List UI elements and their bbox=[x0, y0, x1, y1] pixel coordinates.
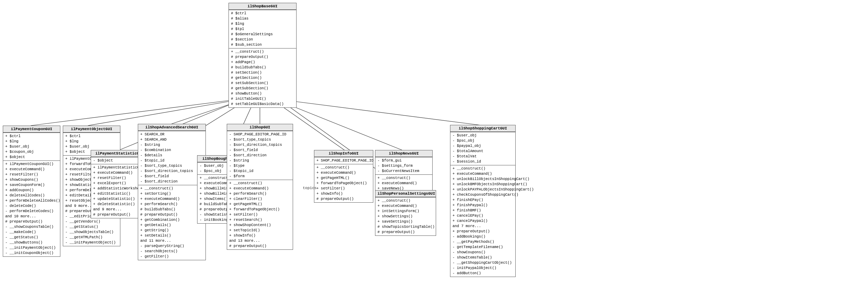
box-ilPaymentCouponGUI: ilPaymentCouponGUI + $ctrl + $lng + $use… bbox=[3, 126, 60, 257]
fields-ilShopBaseGUI: # $ctrl # $alias # $lng # $tpl # $oGener… bbox=[229, 10, 296, 48]
header-ilShopNewsGUI: ilShopNewsGUI bbox=[375, 150, 432, 157]
box-ilShopShoppingCartGUI: ilShopShoppingCartGUI - $user_obj - $psc… bbox=[450, 125, 516, 277]
header-ilPaymentObjectGUI: ilPaymentObjectGUI bbox=[63, 126, 120, 133]
box-ilShopPersonalSettingsGUI: ilShopPersonalSettingsGUI + __construct(… bbox=[375, 190, 436, 236]
header-ilShopInfoGUI: ilShopInfoGUI bbox=[314, 150, 373, 157]
svg-line-6 bbox=[279, 99, 484, 126]
fields-ilShopInfoGUI: + SHOP_PAGE_EDITOR_PAGE_ID bbox=[314, 157, 373, 164]
methods-ilPaymentCouponGUI: + ilPaymentCouponGUI() + executeCommand(… bbox=[3, 160, 60, 256]
header-ilPaymentCouponGUI: ilPaymentCouponGUI bbox=[3, 126, 60, 133]
svg-line-8 bbox=[88, 99, 241, 126]
methods-ilShopBaseGUI: + __construct() # prepareOutput() + addP… bbox=[229, 48, 296, 107]
fields-ilPaymentCouponGUI: + $ctrl + $lng + $user_obj + $coupon_obj… bbox=[3, 133, 60, 160]
methods-ilShopPersonalSettingsGUI: + __construct() + executeCommand() + int… bbox=[375, 197, 436, 235]
header-ilShopShoppingCartGUI: ilShopShoppingCartGUI bbox=[450, 125, 515, 132]
fields-ilShopGUI: - SHOP_PAGE_EDITOR_PAGE_ID - $sort_type_… bbox=[227, 131, 293, 180]
header-ilShopAdvancedSearchGUI: ilShopAdvancedSearchGUI bbox=[138, 124, 205, 131]
svg-line-7 bbox=[31, 99, 237, 126]
methods-ilShopGUI: + __construct() + executeCommand() + per… bbox=[227, 180, 293, 249]
box-ilShopInfoGUI: ilShopInfoGUI + SHOP_PAGE_EDITOR_PAGE_ID… bbox=[314, 150, 373, 203]
methods-ilShopShoppingCartGUI: + __construct() + executeCommand() + unl… bbox=[450, 165, 515, 277]
methods-ilShopAdvancedSearchGUI: + __construct() + setSorting() + execute… bbox=[138, 185, 205, 260]
header-ilShopPersonalSettingsGUI: ilShopPersonalSettingsGUI bbox=[375, 190, 436, 197]
topics-label: topics bbox=[303, 186, 317, 190]
box-ilShopGUI: ilShopGUI - SHOP_PAGE_EDITOR_PAGE_ID - $… bbox=[227, 124, 293, 250]
fields-ilShopNewsGUI: - $form_gui - $settings_form - $oCurrent… bbox=[375, 157, 432, 174]
header-ilShopGUI: ilShopGUI bbox=[227, 124, 293, 131]
box-ilShopBaseGUI: ilShopBaseGUI # $ctrl # $alias # $lng # … bbox=[229, 3, 297, 108]
header-ilShopBaseGUI: ilShopBaseGUI bbox=[229, 3, 296, 10]
fields-ilShopAdvancedSearchGUI: + SEARCH_OR + SEARCH_AND - $string - $co… bbox=[138, 131, 205, 185]
box-ilShopAdvancedSearchGUI: ilShopAdvancedSearchGUI + SEARCH_OR + SE… bbox=[138, 124, 206, 260]
fields-ilShopShoppingCartGUI: - $user_obj - $psc_obj - $paypal_obj - $… bbox=[450, 132, 515, 165]
methods-ilShopInfoGUI: + __construct() + executeCommand() + get… bbox=[314, 164, 373, 202]
diagram-container: ilShopBaseGUI # $ctrl # $alias # $lng # … bbox=[0, 0, 868, 307]
